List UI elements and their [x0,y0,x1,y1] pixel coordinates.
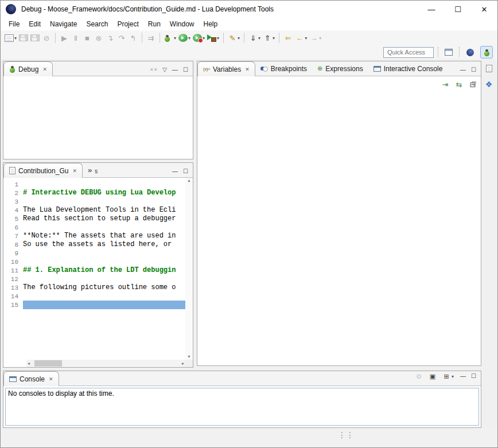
close-icon[interactable]: ✕ [42,67,47,72]
tab-interactive-console[interactable]: Interactive Console [368,61,448,76]
last-edit-location-button[interactable]: ⇐ [282,32,294,44]
line-number[interactable]: 4 [3,207,23,214]
trim-drag-handle[interactable]: ⋮⋮ [338,430,354,439]
line-number[interactable]: 14 [3,293,23,300]
project-menu[interactable]: Project [112,18,143,30]
run-coverage-button[interactable]: ▾ [192,32,206,44]
line-number[interactable]: 10 [3,259,23,266]
run-menu[interactable]: Run [143,18,165,30]
scrollbar-thumb[interactable] [34,360,62,367]
dropdown-arrow-icon[interactable]: ▾ [14,36,17,41]
editor-line[interactable]: 1 [3,180,185,189]
scroll-up-icon[interactable]: ▴ [188,178,190,183]
maximize-button[interactable]: ☐ [445,1,471,18]
editor-line[interactable]: 5 Read this section to setup a debugger [3,215,185,223]
restore-views-button[interactable]: ❖ [482,77,496,91]
editor-line[interactable]: 12 [3,275,185,283]
line-number[interactable]: 8 [3,241,23,248]
line-number[interactable]: 15 [3,302,23,309]
horizontal-scrollbar[interactable]: ◂ ▸ [26,360,185,367]
minimize-view-button[interactable]: — [172,67,178,73]
debug-button[interactable]: ▾ [163,32,177,44]
previous-annotation-button[interactable]: ⇑ ▾ [262,32,276,44]
edit-menu[interactable]: Edit [24,18,45,30]
external-tools-button[interactable]: ▾ [206,32,220,44]
new-wizard-button[interactable]: ▾ [3,32,18,44]
show-type-names-button[interactable]: ⇥ [439,78,451,91]
help-menu[interactable]: Help [199,18,223,30]
run-button[interactable]: ▾ [177,32,192,44]
open-console-button[interactable]: ⊞ ▾ [441,370,455,383]
tab-contribution-guide[interactable]: Contribution_Gu ✕ [3,163,83,178]
tab-breakpoints[interactable]: Breakpoints [255,61,312,76]
dropdown-arrow-icon[interactable]: ▾ [217,36,219,41]
editor-line[interactable]: 13 The following pictures outline some o [3,283,185,292]
line-number[interactable]: 3 [3,198,23,205]
back-button[interactable]: ← ▾ [294,32,308,44]
editor-line[interactable]: 9 [3,249,185,258]
ldt-perspective-button[interactable] [464,46,476,59]
maximize-view-button[interactable]: ☐ [183,169,188,174]
close-icon[interactable]: ✕ [245,67,250,72]
maximize-view-button[interactable]: ☐ [471,67,476,73]
minimize-view-button[interactable]: — [172,169,178,174]
line-number[interactable]: 9 [3,250,23,257]
dropdown-arrow-icon[interactable]: ▾ [174,36,176,41]
dropdown-arrow-icon[interactable]: ▾ [273,36,275,41]
line-number[interactable]: 5 [3,216,23,223]
window-menu[interactable]: Window [165,18,199,30]
maximize-view-button[interactable]: ☐ [183,67,188,73]
tab-console[interactable]: Console ✕ [3,371,59,386]
tab-variables[interactable]: (x)= Variables ✕ [197,61,255,76]
next-annotation-button[interactable]: ⇓ ▾ [247,32,262,44]
close-button[interactable]: ✕ [471,1,497,18]
editor-line[interactable]: 6 [3,223,185,232]
minimized-editor-stack-button[interactable] [482,61,496,75]
editor-line[interactable]: 15 [3,301,185,309]
show-logical-structure-button[interactable]: ⇆ [453,78,465,91]
editor-line[interactable]: 11 ## 1. Explanation of the LDT debuggin [3,266,185,275]
close-icon[interactable]: ✕ [49,376,53,382]
search-menu[interactable]: Search [81,18,112,30]
editor-line[interactable]: 14 [3,292,185,301]
editor-more-tabs-button[interactable]: »5 [83,163,103,177]
file-menu[interactable]: File [4,18,24,30]
minimize-view-button[interactable]: — [460,67,466,73]
open-perspective-button[interactable] [442,46,455,59]
maximize-view-button[interactable]: ☐ [471,373,476,379]
editor-line[interactable]: 8 So use the assets as listed here, or [3,240,185,249]
line-number[interactable]: 13 [3,285,23,291]
open-element-button[interactable]: ✎ ▾ [227,32,241,44]
view-menu-button[interactable]: ▽ [162,67,167,73]
dropdown-arrow-icon[interactable]: ▾ [258,36,260,41]
editor-line[interactable]: 10 [3,258,185,266]
minimize-view-button[interactable]: — [460,373,466,379]
dropdown-arrow-icon[interactable]: ▾ [238,36,240,41]
line-number[interactable]: 12 [3,276,23,283]
scroll-down-icon[interactable]: ▾ [188,354,190,359]
dropdown-arrow-icon[interactable]: ▾ [452,374,454,379]
scroll-right-icon[interactable]: ▸ [182,361,184,366]
dropdown-arrow-icon[interactable]: ▾ [319,36,321,41]
quick-access-input[interactable] [383,47,434,58]
editor-line[interactable]: 2 # Interactive DEBUG using Lua Develop [3,189,185,197]
dropdown-arrow-icon[interactable]: ▾ [305,36,307,41]
editor-line[interactable]: 3 [3,197,185,206]
line-number[interactable]: 1 [3,181,23,188]
editor-line[interactable]: 7 **Note:** The assets that are used in [3,232,185,240]
tab-expressions[interactable]: ⊕ Expressions [312,61,368,76]
tab-debug[interactable]: Debug ✕ [3,61,53,76]
view-menu-button[interactable]: ▽ [472,81,476,87]
editor-line[interactable]: 4 The Lua Development Tools in the Ecli [3,206,185,215]
display-selected-console-button[interactable]: ▣ [427,370,438,383]
navigate-menu[interactable]: Navigate [45,18,81,30]
line-number[interactable]: 6 [3,224,23,231]
close-icon[interactable]: ✕ [72,168,77,174]
debug-perspective-button[interactable] [480,46,493,59]
minimize-button[interactable]: — [418,1,445,18]
dropdown-arrow-icon[interactable]: ▾ [188,36,190,41]
line-number[interactable]: 11 [3,267,23,274]
scroll-left-icon[interactable]: ◂ [28,361,30,366]
line-number[interactable]: 7 [3,233,23,240]
vertical-scrollbar[interactable]: ▴ ▾ [185,178,193,360]
